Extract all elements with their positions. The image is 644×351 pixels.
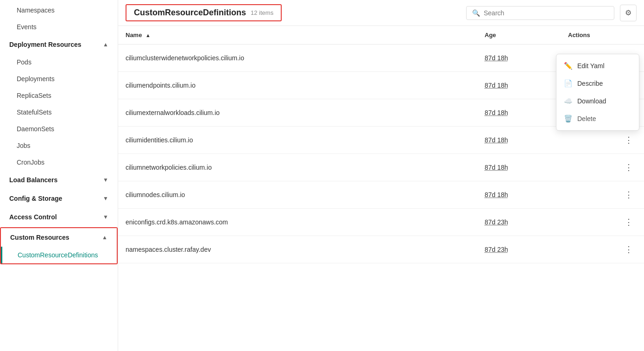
search-input[interactable] bbox=[484, 9, 608, 17]
cell-name: ciliumexternalworkloads.cilium.io bbox=[118, 99, 477, 127]
cell-name: namespaces.cluster.rafay.dev bbox=[118, 236, 477, 263]
chevron-down-icon: ▼ bbox=[103, 177, 108, 183]
topbar: CustomResourceDefinitions 12 items 🔍 ⚙ bbox=[118, 0, 644, 26]
settings-button[interactable]: ⚙ bbox=[620, 5, 637, 21]
sidebar-item-statefulsets[interactable]: StatefulSets bbox=[0, 104, 118, 121]
cell-age: 87d 18h bbox=[477, 154, 561, 181]
cell-age: 87d 18h bbox=[477, 127, 561, 154]
topbar-right: 🔍 ⚙ bbox=[466, 5, 637, 21]
cell-actions: ⋮ bbox=[561, 209, 644, 236]
custom-resources-section: Custom Resources ▲ CustomResourceDefinit… bbox=[0, 227, 118, 264]
cell-age: 87d 18h bbox=[477, 72, 561, 99]
col-age: Age bbox=[477, 26, 561, 45]
page-title-box: CustomResourceDefinitions 12 items bbox=[126, 4, 282, 21]
sidebar-item-daemonsets[interactable]: DaemonSets bbox=[0, 121, 118, 137]
cell-age: 87d 18h bbox=[477, 99, 561, 127]
chevron-up-icon: ▲ bbox=[103, 41, 108, 48]
download-icon: ☁️ bbox=[564, 97, 573, 105]
cell-age: 87d 18h bbox=[477, 181, 561, 209]
chevron-up-icon: ▲ bbox=[102, 234, 107, 241]
more-actions-button[interactable]: ⋮ bbox=[621, 188, 637, 202]
sort-asc-icon: ▲ bbox=[145, 32, 151, 38]
dropdown-delete[interactable]: 🗑️ Delete bbox=[556, 110, 639, 128]
item-count: 12 items bbox=[251, 9, 273, 16]
col-actions: Actions bbox=[561, 26, 644, 45]
cell-age: 87d 23h bbox=[477, 236, 561, 263]
sidebar-item-cronjobs[interactable]: CronJobs bbox=[0, 154, 118, 171]
dropdown-describe[interactable]: 📄 Describe bbox=[556, 75, 639, 92]
sidebar: Namespaces Events Deployment Resources ▲… bbox=[0, 0, 118, 351]
more-actions-button[interactable]: ⋮ bbox=[621, 160, 637, 174]
actions-dropdown: ✏️ Edit Yaml 📄 Describe ☁️ Download 🗑️ D… bbox=[556, 54, 639, 131]
main-content: CustomResourceDefinitions 12 items 🔍 ⚙ N… bbox=[118, 0, 644, 351]
cell-actions: ⋮ bbox=[561, 236, 644, 263]
cell-name: ciliumendpoints.cilium.io bbox=[118, 72, 477, 99]
table-header-row: Name ▲ Age Actions bbox=[118, 26, 644, 45]
search-icon: 🔍 bbox=[472, 9, 480, 17]
cell-actions: ⋮ bbox=[561, 154, 644, 181]
sidebar-item-crd[interactable]: CustomResourceDefinitions bbox=[1, 247, 117, 263]
cell-name: eniconfigs.crd.k8s.amazonaws.com bbox=[118, 209, 477, 236]
more-actions-button[interactable]: ⋮ bbox=[621, 215, 637, 229]
cell-name: ciliumnetworkpolicies.cilium.io bbox=[118, 154, 477, 181]
cell-name: ciliumidentities.cilium.io bbox=[118, 127, 477, 154]
chevron-down-icon: ▼ bbox=[103, 214, 108, 220]
sidebar-item-replicasets[interactable]: ReplicaSets bbox=[0, 87, 118, 104]
edit-icon: ✏️ bbox=[564, 62, 573, 70]
page-title: CustomResourceDefinitions bbox=[134, 8, 246, 18]
table-row: ciliumnetworkpolicies.cilium.io87d 18h⋮ bbox=[118, 154, 644, 181]
table-row: eniconfigs.crd.k8s.amazonaws.com87d 23h⋮ bbox=[118, 209, 644, 236]
cell-actions: ⋮ bbox=[561, 181, 644, 209]
cell-name: ciliumnodes.cilium.io bbox=[118, 181, 477, 209]
sidebar-group-access-control[interactable]: Access Control ▼ bbox=[0, 208, 118, 226]
sidebar-group-custom-resources[interactable]: Custom Resources ▲ bbox=[1, 228, 117, 247]
sidebar-group-load-balancers[interactable]: Load Balancers ▼ bbox=[0, 171, 118, 189]
cell-name: ciliumclusterwidenetworkpolicies.cilium.… bbox=[118, 45, 477, 72]
more-actions-button[interactable]: ⋮ bbox=[621, 133, 637, 147]
col-name: Name ▲ bbox=[118, 26, 477, 45]
sidebar-item-jobs[interactable]: Jobs bbox=[0, 137, 118, 154]
sidebar-group-config-storage[interactable]: Config & Storage ▼ bbox=[0, 189, 118, 208]
sidebar-group-deployment-resources[interactable]: Deployment Resources ▲ bbox=[0, 35, 118, 54]
dropdown-download[interactable]: ☁️ Download bbox=[556, 92, 639, 110]
sidebar-item-pods[interactable]: Pods bbox=[0, 54, 118, 70]
cell-age: 87d 18h bbox=[477, 45, 561, 72]
cell-age: 87d 23h bbox=[477, 209, 561, 236]
table-row: namespaces.cluster.rafay.dev87d 23h⋮ bbox=[118, 236, 644, 263]
table-row: ciliumnodes.cilium.io87d 18h⋮ bbox=[118, 181, 644, 209]
sidebar-item-namespaces[interactable]: Namespaces bbox=[0, 2, 118, 19]
sidebar-item-events[interactable]: Events bbox=[0, 19, 118, 35]
table-container: Name ▲ Age Actions ciliumclusterwidenetw… bbox=[118, 26, 644, 351]
more-actions-button[interactable]: ⋮ bbox=[621, 243, 637, 256]
sidebar-item-deployments[interactable]: Deployments bbox=[0, 70, 118, 87]
search-box[interactable]: 🔍 bbox=[466, 6, 614, 20]
chevron-down-icon: ▼ bbox=[103, 195, 108, 202]
delete-icon: 🗑️ bbox=[564, 115, 573, 123]
dropdown-edit-yaml[interactable]: ✏️ Edit Yaml bbox=[556, 57, 639, 75]
describe-icon: 📄 bbox=[564, 79, 573, 88]
